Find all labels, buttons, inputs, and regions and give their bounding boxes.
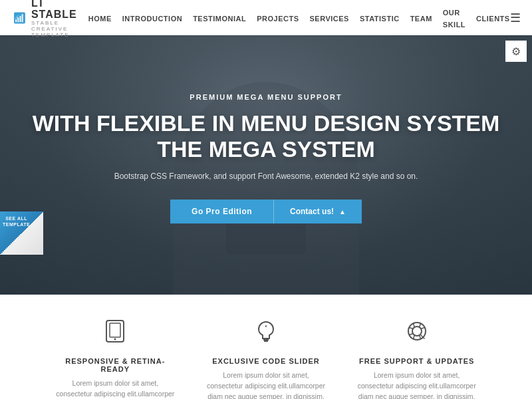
svg-point-8 [114, 338, 116, 340]
svg-line-19 [420, 328, 424, 329]
svg-rect-1 [15, 19, 17, 22]
hero-title-line2: THE MEGA SYSTEM [157, 136, 374, 162]
svg-rect-3 [19, 15, 21, 21]
svg-point-13 [412, 327, 422, 336]
nav-item-intro[interactable]: INTRODUCTION [122, 12, 182, 24]
hero-section: ⚙ SEE ALLTEMPLATE PREMIUM MEGA MENU SUPP… [0, 35, 532, 295]
svg-line-20 [413, 335, 414, 339]
nav-item-services[interactable]: SERVICES [310, 12, 349, 24]
logo-name: LT STABLE [31, 0, 88, 21]
feature-slider-title: EXCLUSIVE CODE SLIDER [204, 357, 329, 365]
feature-slider: EXCLUSIVE CODE SLIDER Lorem ipsum dolor … [191, 319, 342, 399]
svg-line-17 [409, 334, 413, 335]
bulb-icon [204, 319, 329, 349]
feature-responsive-title: RESPONSIVE & RETINA-READY [53, 357, 178, 373]
logo[interactable]: LT STABLE STABLE CREATIVE TEMPLATE [13, 0, 88, 38]
feature-responsive-desc: Lorem ipsum dolor sit amet, consectetur … [53, 378, 178, 399]
feature-support-desc: Lorem ipsum dolor sit amet, consectetur … [354, 370, 479, 399]
hero-buttons: Go Pro Edition Contact us! ▲ [27, 200, 505, 223]
tablet-icon [53, 319, 178, 349]
svg-line-21 [419, 335, 420, 339]
nav-item-projects[interactable]: PROJECTS [257, 12, 299, 24]
gear-button[interactable]: ⚙ [505, 41, 527, 62]
nav-item-testimonial[interactable]: TESTIMONIAL [193, 12, 246, 24]
navbar: LT STABLE STABLE CREATIVE TEMPLATE HOME … [0, 0, 532, 35]
svg-line-16 [409, 328, 413, 329]
nav-links: HOME INTRODUCTION TESTIMONIAL PROJECTS S… [88, 6, 510, 30]
gopro-button[interactable]: Go Pro Edition [170, 200, 273, 223]
features-section: RESPONSIVE & RETINA-READY Lorem ipsum do… [0, 295, 532, 399]
contact-button-label: Contact us! [290, 207, 334, 216]
feature-responsive: RESPONSIVE & RETINA-READY Lorem ipsum do… [40, 319, 191, 399]
logo-text: LT STABLE STABLE CREATIVE TEMPLATE [31, 0, 88, 38]
hero-content: PREMIUM MEGA MENU SUPPORT WITH FLEXIBLE … [27, 93, 505, 223]
logo-icon [13, 6, 26, 30]
contact-button[interactable]: Contact us! ▲ [273, 200, 362, 223]
hero-description: Bootstrap CSS Framework, and support Fon… [27, 172, 505, 181]
gear-icon: ⚙ [511, 45, 521, 58]
feature-support-title: FREE SUPPORT & UPDATES [354, 357, 479, 365]
feature-slider-desc: Lorem ipsum dolor sit amet, consectetur … [204, 370, 329, 399]
nav-item-team[interactable]: TEAM [410, 12, 432, 24]
hero-title: WITH FLEXIBLE IN MENU DESIGN SYSTEM THE … [27, 110, 505, 162]
svg-rect-7 [110, 323, 120, 337]
nav-item-home[interactable]: HOME [88, 12, 112, 24]
hamburger-menu[interactable]: ☰ [510, 11, 521, 25]
feature-support: FREE SUPPORT & UPDATES Lorem ipsum dolor… [341, 319, 492, 399]
nav-item-clients[interactable]: CLIENTS [476, 12, 510, 24]
badge-background: SEE ALLTEMPLATE [0, 211, 43, 255]
svg-line-14 [413, 324, 414, 328]
lifebuoy-icon [354, 319, 479, 349]
see-all-badge[interactable]: SEE ALLTEMPLATE [0, 211, 43, 255]
nav-item-statistic[interactable]: STATISTIC [360, 12, 400, 24]
svg-line-15 [419, 324, 420, 328]
hero-title-line1: WITH FLEXIBLE IN MENU DESIGN SYSTEM [33, 110, 500, 136]
svg-rect-4 [22, 14, 23, 22]
badge-text: SEE ALLTEMPLATE [3, 215, 30, 227]
chevron-up-icon: ▲ [339, 208, 346, 215]
hero-subtitle: PREMIUM MEGA MENU SUPPORT [27, 93, 505, 101]
logo-tagline: STABLE CREATIVE TEMPLATE [31, 21, 88, 38]
nav-item-ourskill[interactable]: OUR SKILL [443, 6, 466, 30]
